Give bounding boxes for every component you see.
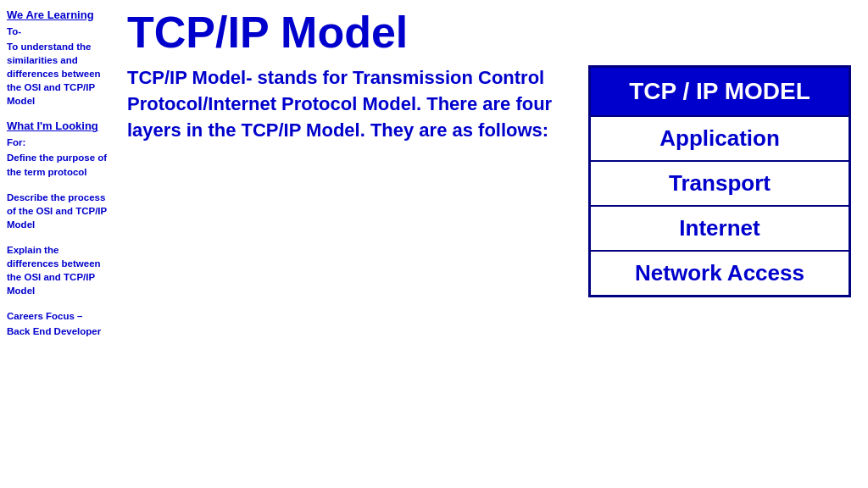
what-looking-section: What I'm Looking For: Define the purpose…	[7, 119, 112, 180]
to-label: To-	[7, 25, 112, 38]
careers-focus-title: Careers Focus –	[7, 309, 112, 323]
network-access-layer: Network Access	[590, 251, 850, 297]
learning-item-1: To understand the similarities and diffe…	[7, 40, 112, 108]
table-header-row: TCP / IP MODEL	[590, 67, 850, 117]
tcpip-model-table: TCP / IP MODEL Application Transport Int…	[588, 65, 851, 297]
table-row: Internet	[590, 206, 850, 251]
transport-layer: Transport	[590, 161, 850, 206]
description-text: TCP/IP Model- stands for Transmission Co…	[127, 65, 571, 143]
sidebar: We Are Learning To- To understand the si…	[0, 0, 119, 488]
careers-section: Careers Focus – Back End Developer	[7, 309, 112, 340]
description-area: TCP/IP Model- stands for Transmission Co…	[127, 65, 571, 480]
internet-layer: Internet	[590, 206, 850, 251]
table-row: Application	[590, 116, 850, 161]
looking-item-3: Explain the differences between the OSI …	[7, 243, 112, 297]
table-row: Network Access	[590, 251, 850, 297]
looking-item-1: Define the purpose of the term protocol	[7, 151, 112, 178]
page-title: TCP/IP Model	[127, 8, 851, 57]
looking-item-2: Describe the process of the OSI and TCP/…	[7, 191, 112, 231]
for-label: For:	[7, 136, 112, 149]
content-area: TCP/IP Model- stands for Transmission Co…	[127, 65, 851, 480]
what-looking-title: What I'm Looking	[7, 119, 112, 134]
table-header-cell: TCP / IP MODEL	[590, 67, 850, 117]
table-row: Transport	[590, 161, 850, 206]
explain-section: Explain the differences between the OSI …	[7, 243, 112, 299]
we-are-learning-title: We Are Learning	[7, 8, 112, 23]
application-layer: Application	[590, 116, 850, 161]
main-content: TCP/IP Model TCP/IP Model- stands for Tr…	[119, 0, 868, 488]
careers-item-1: Back End Developer	[7, 324, 112, 338]
we-are-learning-section: We Are Learning To- To understand the si…	[7, 8, 112, 109]
describe-section: Describe the process of the OSI and TCP/…	[7, 191, 112, 233]
